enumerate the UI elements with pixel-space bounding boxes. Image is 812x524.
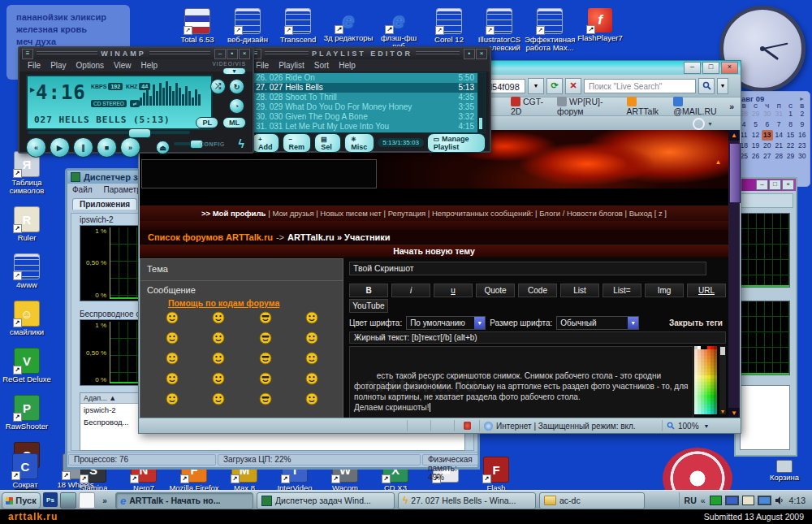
calendar-date[interactable]: 5 <box>749 119 761 130</box>
calendar-date[interactable]: 9 <box>797 119 808 130</box>
shuffle-icon[interactable]: ⤮ <box>210 79 226 94</box>
command-circle-icon[interactable] <box>693 118 705 130</box>
search-dropdown-icon[interactable]: ▼ <box>717 78 728 94</box>
playlist-track[interactable]: 30. 030 Given The Dog A Bone3:32 <box>253 112 477 122</box>
scrollbar-thumb[interactable] <box>729 143 741 203</box>
userbar-links[interactable]: | Мои друзья | Новых писем нет | Репутац… <box>268 209 667 218</box>
winamp-window[interactable]: ≡ WINAMP – ▪ × FilePlayOptionsViewHelp V… <box>18 46 254 154</box>
calendar-date[interactable]: 12 <box>749 130 761 141</box>
taskman-menu-item[interactable]: Файл <box>72 185 93 194</box>
smiley-icon[interactable] <box>149 372 196 385</box>
desktop-icon[interactable]: f↗FlashPlayer7 <box>575 8 625 52</box>
calendar-date[interactable]: 26 <box>749 151 761 162</box>
playlist-titlebar[interactable]: ≡ PLAYLIST EDITOR ▪ × <box>248 48 490 59</box>
tray-monitor-icon[interactable] <box>725 496 739 505</box>
add-button[interactable]: + Add <box>252 133 279 153</box>
stop-icon[interactable]: ■ <box>97 137 117 158</box>
calendar-date[interactable]: 21 <box>773 141 784 151</box>
palette-swatch[interactable] <box>714 411 717 414</box>
playlist-toggle-button[interactable]: PL <box>196 117 218 128</box>
desktop-icon[interactable]: e↗флэш-фш веб <box>374 8 424 52</box>
smiley-icon[interactable] <box>196 331 243 344</box>
maximize-icon[interactable]: □ <box>702 62 719 74</box>
smiley-icon[interactable] <box>196 311 243 324</box>
calendar-date[interactable]: 13 <box>762 130 773 141</box>
calendar-date[interactable]: 8 <box>784 119 796 130</box>
smiley-icon[interactable] <box>242 331 289 344</box>
maximize-icon[interactable]: □ <box>769 180 781 190</box>
search-magnifier-icon[interactable] <box>698 78 715 94</box>
remove-button[interactable]: − Rem <box>283 133 312 153</box>
userbar-profile-link[interactable]: >> Мой профиль <box>201 209 266 218</box>
minimize-icon[interactable]: – <box>684 62 701 74</box>
smiley-icon[interactable] <box>242 311 289 324</box>
refresh-icon[interactable]: ⟳ <box>546 78 563 94</box>
minimize-icon[interactable]: – <box>756 180 768 190</box>
calendar-date[interactable]: 31 <box>773 109 784 119</box>
zoom-level[interactable]: 100% <box>678 422 699 431</box>
smiley-icon[interactable] <box>242 352 289 365</box>
winamp-menu-item[interactable]: Help <box>141 61 158 70</box>
calendar-date[interactable]: 29 <box>784 151 796 162</box>
calendar-date[interactable]: 19 <box>749 141 761 151</box>
quicklaunch-doc-icon[interactable] <box>79 492 95 509</box>
desktop-icon[interactable]: ↗веб-дизайн <box>222 8 273 52</box>
smiley-icon[interactable] <box>196 392 243 405</box>
zoom-dropdown-icon[interactable]: ▼ <box>704 423 710 429</box>
smiley-icon[interactable] <box>289 331 336 344</box>
bbcode-youtube-button[interactable]: YouTube <box>349 299 388 313</box>
command-dropdown-icon[interactable]: ▼ <box>707 121 713 127</box>
close-tags-link[interactable]: Закрыть теги <box>669 318 723 327</box>
taskbar-button[interactable]: ac-dc <box>539 492 645 509</box>
scroll-top-icon[interactable]: ▲ <box>713 158 723 167</box>
bbcode-b-button[interactable]: B <box>349 284 388 297</box>
prev-icon[interactable]: « <box>26 137 46 158</box>
breadcrumb-forums-link[interactable]: Список форумов ARTTalk.ru <box>148 232 273 242</box>
pause-icon[interactable]: ∥ <box>73 137 93 158</box>
playlist-window[interactable]: ≡ PLAYLIST EDITOR ▪ × FilePlaylistSortHe… <box>246 46 491 153</box>
network-monitor-titlebar[interactable]: – □ × <box>736 179 796 191</box>
recycle-bin-icon[interactable]: Корзина <box>760 460 809 482</box>
tray-speaker-icon[interactable] <box>775 496 785 505</box>
tray-clip-icon[interactable] <box>742 496 754 505</box>
winamp-menu-item[interactable]: File <box>28 61 41 70</box>
close-icon[interactable]: × <box>721 62 738 74</box>
misc-button[interactable]: ✳ Misc <box>344 133 374 153</box>
message-textarea[interactable]: arttalk.ru есть такой ресурс скриншотов … <box>349 346 693 418</box>
smiley-icon[interactable] <box>149 331 196 344</box>
quicklaunch-img-icon[interactable] <box>60 492 76 509</box>
media-library-button[interactable]: ML <box>222 117 246 128</box>
desktop-icon[interactable]: V↗ReGet Deluxe <box>2 348 52 383</box>
taskbar-button[interactable]: Диспетчер задач Wind... <box>257 492 395 509</box>
next-icon[interactable]: » <box>120 137 140 158</box>
start-button[interactable]: Пуск <box>2 492 41 509</box>
play-icon[interactable]: ▶ <box>50 137 70 158</box>
calendar-next-icon[interactable]: ► <box>799 96 805 102</box>
playlist-menu-item[interactable]: Playlist <box>279 61 304 70</box>
tray-green-icon[interactable] <box>710 496 722 505</box>
smiley-icon[interactable] <box>149 392 196 405</box>
tray-chevron-icon[interactable]: « <box>701 496 706 505</box>
playlist-track[interactable]: 31. 031 Let Me Put My Love Into You4:15 <box>253 122 477 132</box>
repeat-button-icon[interactable]: ↻ <box>229 79 244 94</box>
scroll-up-icon[interactable]: ▲ <box>728 130 740 141</box>
winamp-titlebar[interactable]: ≡ WINAMP – ▪ × <box>19 48 253 59</box>
calendar-date[interactable]: 6 <box>762 119 773 130</box>
topic-input[interactable]: Твой Скриншот <box>349 262 706 275</box>
bbcode-code-button[interactable]: Code <box>518 284 557 297</box>
calendar-date[interactable]: 14 <box>773 130 784 141</box>
calendar-date[interactable]: 1 <box>784 109 796 119</box>
calendar-date[interactable]: 23 <box>797 141 808 151</box>
desktop-icon[interactable]: ↗Total 6.53 <box>172 8 222 52</box>
shade-icon[interactable]: ▪ <box>227 49 238 59</box>
network-monitor-window[interactable]: – □ × <box>734 177 797 457</box>
calendar-date[interactable]: 27 <box>762 151 773 162</box>
select-button[interactable]: ▤ Sel <box>314 133 341 153</box>
calendar-date[interactable]: 20 <box>762 141 773 151</box>
favorites-link[interactable]: CGT-2D <box>511 97 546 116</box>
calendar-date[interactable]: 30 <box>762 109 773 119</box>
calendar-date[interactable]: 22 <box>784 141 796 151</box>
desktop-icon[interactable]: ↗Transcend <box>273 8 323 52</box>
winamp-menu-icon[interactable]: ≡ <box>22 49 33 59</box>
page-scrollbar[interactable]: ▲ ▼ <box>728 130 740 418</box>
